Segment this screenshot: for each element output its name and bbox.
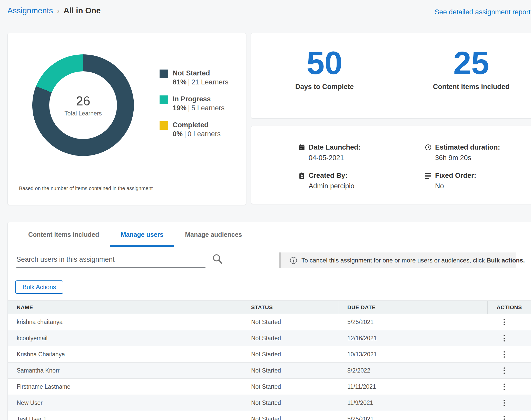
- created-by-value: Admin percipio: [309, 182, 361, 190]
- breadcrumb-assignments-link[interactable]: Assignments: [7, 6, 53, 15]
- calendar-icon: [298, 144, 305, 151]
- table-row: krishna chaitanya Not Started 5/25/2021: [8, 314, 531, 330]
- clock-icon: [425, 144, 432, 151]
- user-status: Not Started: [242, 314, 338, 330]
- tab-content-items-included[interactable]: Content items included: [17, 222, 110, 247]
- user-status: Not Started: [242, 346, 338, 362]
- page-title: All in One: [64, 6, 101, 15]
- manage-section-card: Content items included Manage users Mana…: [7, 222, 531, 420]
- table-row: Krishna Chaitanya Not Started 10/13/2021: [8, 346, 531, 363]
- days-to-complete-stat: 50 Days to Complete: [251, 33, 398, 118]
- estimated-duration-detail: Estimated duration: 36h 9m 20s: [425, 143, 500, 162]
- page: Assignments › All in One See detailed as…: [0, 0, 531, 420]
- column-header-status: STATUS: [242, 301, 338, 314]
- user-status: Not Started: [242, 411, 338, 420]
- table-row: Firstname Lastname Not Started 11/11/202…: [8, 379, 531, 395]
- legend-item-completed: Completed 0%|0 Learners: [160, 121, 228, 139]
- created-by-detail: Created By: Admin percipio: [298, 172, 361, 190]
- legend-pipe: |: [183, 130, 188, 138]
- tab-bar: Content items included Manage users Mana…: [8, 222, 531, 247]
- bulk-actions-button[interactable]: Bulk Actions: [15, 280, 63, 294]
- tab-manage-users[interactable]: Manage users: [110, 222, 174, 247]
- user-due-date: 11/11/2021: [338, 379, 488, 395]
- row-actions-kebab-icon[interactable]: [488, 363, 531, 378]
- legend-percent: 81%: [173, 78, 186, 86]
- legend-learners: 5 Learners: [191, 104, 224, 112]
- user-status: Not Started: [242, 363, 338, 378]
- user-due-date: 8/2/2022: [338, 363, 488, 378]
- assignment-details-card: Date Launched: 04-05-2021 Created By: Ad…: [251, 126, 531, 204]
- search-input[interactable]: [16, 256, 205, 263]
- user-name: Krishna Chaitanya: [8, 346, 242, 362]
- detailed-report-link[interactable]: See detailed assignment report: [435, 8, 530, 16]
- days-to-complete-value: 50: [307, 46, 342, 80]
- row-actions-kebab-icon[interactable]: [488, 395, 531, 411]
- row-actions-kebab-icon[interactable]: [488, 411, 531, 420]
- assignment-stats-card: 50 Days to Complete 25 Content items inc…: [251, 33, 531, 119]
- list-lines-icon: [425, 172, 432, 179]
- info-text-bold: Bulk actions.: [487, 257, 525, 264]
- learner-summary-card: 26 Total Learners Not Started 81%|21 Lea…: [7, 33, 246, 205]
- user-name: New User: [8, 395, 242, 411]
- search-field-wrap: [16, 253, 205, 268]
- in-progress-swatch-icon: [160, 95, 168, 104]
- table-row: kconlyemail Not Started 12/16/2021: [8, 330, 531, 346]
- legend-label: Completed: [173, 121, 221, 129]
- row-actions-kebab-icon[interactable]: [488, 314, 531, 330]
- total-learners-label: Total Learners: [64, 110, 102, 117]
- legend-item-in-progress: In Progress 19%|5 Learners: [160, 95, 228, 113]
- legend-item-not-started: Not Started 81%|21 Learners: [160, 69, 228, 87]
- user-name: Firstname Lastname: [8, 379, 242, 395]
- days-to-complete-label: Days to Complete: [295, 83, 354, 91]
- table-row: New User Not Started 11/9/2021: [8, 395, 531, 411]
- column-header-due-date: DUE DATE: [338, 301, 488, 314]
- card-divider: [8, 178, 246, 178]
- row-actions-kebab-icon[interactable]: [488, 346, 531, 362]
- legend-pipe: |: [186, 104, 191, 112]
- content-items-value: 25: [453, 46, 489, 80]
- user-due-date: 11/9/2021: [338, 395, 488, 411]
- row-actions-kebab-icon[interactable]: [488, 330, 531, 346]
- total-learners-value: 26: [76, 94, 90, 109]
- search-icon[interactable]: [212, 253, 223, 265]
- created-by-label: Created By:: [309, 172, 348, 180]
- user-status: Not Started: [242, 330, 338, 346]
- legend-detail: 19%|5 Learners: [173, 103, 224, 113]
- user-status: Not Started: [242, 395, 338, 411]
- fixed-order-detail: Fixed Order: No: [425, 172, 500, 190]
- learner-status-donut-chart: 26 Total Learners: [32, 54, 134, 156]
- info-icon: [290, 257, 297, 264]
- date-launched-value: 04-05-2021: [309, 154, 361, 162]
- row-actions-kebab-icon[interactable]: [488, 379, 531, 395]
- user-status: Not Started: [242, 379, 338, 395]
- info-banner: To cancel this assignment for one or mor…: [279, 252, 516, 268]
- details-divider: [398, 138, 398, 191]
- legend-learners: 0 Learners: [188, 130, 221, 138]
- legend-pipe: |: [186, 78, 191, 86]
- table-header-row: NAME STATUS DUE DATE ACTIONS: [8, 300, 531, 314]
- legend-percent: 19%: [173, 104, 186, 112]
- user-due-date: 5/25/2021: [338, 314, 488, 330]
- column-header-name: NAME: [8, 301, 242, 314]
- legend-learners: 21 Learners: [191, 78, 228, 86]
- date-launched-label: Date Launched:: [309, 143, 361, 151]
- table-row: Test User 1 Not Started 5/25/2021: [8, 411, 531, 420]
- user-due-date: 10/13/2021: [338, 346, 488, 362]
- donut-footnote: Based on the number of items contained i…: [19, 185, 153, 191]
- not-started-swatch-icon: [160, 70, 168, 78]
- content-items-label: Content items included: [433, 83, 510, 91]
- completed-swatch-icon: [160, 121, 168, 130]
- content-items-stat: 25 Content items included: [398, 33, 531, 118]
- users-table: NAME STATUS DUE DATE ACTIONS krishna cha…: [8, 300, 531, 420]
- estimated-duration-label: Estimated duration:: [435, 143, 500, 151]
- user-name: Samantha Knorr: [8, 363, 242, 378]
- legend-detail: 0%|0 Learners: [173, 129, 221, 139]
- estimated-duration-value: 36h 9m 20s: [435, 154, 500, 162]
- tab-manage-audiences[interactable]: Manage audiences: [174, 222, 253, 247]
- donut-center: 26 Total Learners: [49, 71, 117, 139]
- donut-legend: Not Started 81%|21 Learners In Progress …: [160, 69, 228, 139]
- user-due-date: 5/25/2021: [338, 411, 488, 420]
- breadcrumb-separator-icon: ›: [57, 7, 59, 15]
- legend-label: In Progress: [173, 95, 224, 103]
- legend-detail: 81%|21 Learners: [173, 77, 228, 87]
